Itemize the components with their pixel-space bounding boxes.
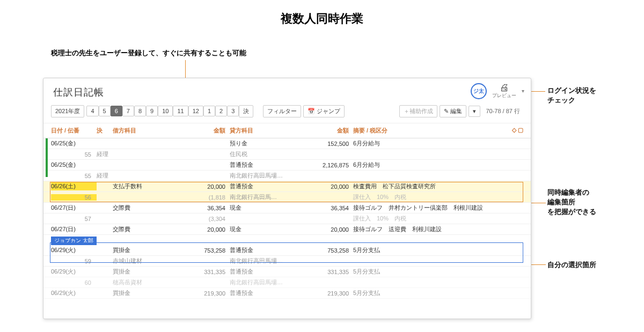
cell-credit: 普通預金 bbox=[225, 268, 311, 276]
pencil-icon: ✎ bbox=[444, 108, 449, 114]
month-button-7[interactable]: 7 bbox=[122, 106, 134, 116]
tag-icon[interactable]: ◇ bbox=[512, 127, 516, 133]
note-icon[interactable]: ▢ bbox=[518, 127, 523, 133]
header-amount-credit[interactable]: 金額 bbox=[311, 127, 349, 135]
cell-debit: 支払手数料 bbox=[113, 182, 188, 190]
aux-create-button[interactable]: ＋補助作成 bbox=[399, 105, 437, 117]
cell-desc: 接待ゴルフ 送迎費 利根川建設 bbox=[349, 225, 523, 233]
callout-self-select: 自分の選択箇所 bbox=[547, 260, 596, 270]
cell-desc: 検査費用 松下品質検査研究所 bbox=[349, 182, 523, 190]
table-subrow[interactable]: 55経理住民税 bbox=[43, 149, 531, 160]
table-row[interactable]: 06/27(日)交際費36,354現金36,354接待ゴルフ 井村カントリー倶楽… bbox=[43, 203, 531, 213]
cell-debit: 買掛金 bbox=[113, 268, 188, 276]
cell-amount-debit: (3,304 bbox=[188, 216, 225, 222]
edit-dropdown-button[interactable]: ▾ bbox=[469, 106, 480, 117]
month-button-9[interactable]: 9 bbox=[146, 106, 158, 116]
cell-date: 60 bbox=[51, 279, 97, 286]
table-subrow[interactable]: 56(1,818南北銀行高田馬…課仕入 10% 内税 bbox=[43, 192, 531, 203]
cell-credit: 南北銀行高田馬場… bbox=[225, 278, 311, 286]
dropdown-caret-icon[interactable]: ▾ bbox=[522, 88, 524, 94]
annotation-line bbox=[530, 203, 546, 203]
year-button[interactable]: 2021年度 bbox=[51, 105, 84, 117]
table-row[interactable]: 06/25(金)預り金152,5006月分給与 bbox=[43, 138, 531, 149]
header-debit[interactable]: 借方科目 bbox=[113, 127, 188, 135]
cell-desc: 6月分給与 bbox=[349, 139, 523, 147]
user-avatar[interactable]: ジ太 bbox=[471, 83, 487, 99]
month-button-10[interactable]: 10 bbox=[158, 106, 173, 116]
header-desc[interactable]: 摘要 / 税区分 bbox=[349, 127, 502, 135]
cell-date: 06/25(金) bbox=[51, 161, 97, 169]
editing-user-tag: ジョブカン 太郎 bbox=[51, 237, 97, 245]
edit-button[interactable]: ✎ 編集 bbox=[440, 105, 466, 117]
grid-body: 06/25(金)預り金152,5006月分給与55経理住民税06/25(金)普通… bbox=[43, 138, 531, 299]
cell-desc: 5月分支払 bbox=[349, 268, 523, 276]
table-subrow[interactable]: 57(3,304課仕入 10% 内税 bbox=[43, 213, 531, 224]
cell-desc: 接待ゴルフ 井村カントリー倶楽部 利根川建設 bbox=[349, 204, 523, 212]
cell-amount-debit: 753,258 bbox=[188, 247, 225, 254]
header-settle[interactable]: 決 bbox=[97, 127, 113, 135]
table-row[interactable]: 06/29(火)買掛金219,300普通預金219,3005月分支払 bbox=[43, 288, 531, 299]
table-row[interactable]: 06/29(火)買掛金753,258普通預金753,2585月分支払 bbox=[43, 245, 531, 256]
month-button-3[interactable]: 3 bbox=[227, 106, 239, 116]
header-icons: ◇ ▢ bbox=[502, 127, 523, 135]
cell-debit: 交際費 bbox=[113, 204, 188, 212]
cell-credit: 南北銀行高田馬… bbox=[225, 193, 311, 201]
month-button-6[interactable]: 6 bbox=[111, 106, 122, 116]
table-row[interactable]: 06/27(日)交際費20,000現金20,000接待ゴルフ 送迎費 利根川建設 bbox=[43, 224, 531, 235]
cell-date: 06/29(火) bbox=[51, 246, 97, 254]
jump-button[interactable]: 📅 ジャンプ bbox=[303, 105, 345, 117]
table-subrow[interactable]: 55経理南北銀行高田馬場… bbox=[43, 171, 531, 181]
header-amount-debit[interactable]: 金額 bbox=[188, 127, 225, 135]
cell-settle: 経理 bbox=[97, 150, 113, 158]
month-button-5[interactable]: 5 bbox=[99, 106, 111, 116]
month-button-1[interactable]: 1 bbox=[203, 106, 215, 116]
cell-credit: 住民税 bbox=[225, 150, 311, 158]
month-button-2[interactable]: 2 bbox=[215, 106, 227, 116]
month-button-8[interactable]: 8 bbox=[134, 106, 146, 116]
calendar-icon: 📅 bbox=[308, 108, 315, 114]
cell-date: 06/29(火) bbox=[51, 268, 97, 276]
print-label: プレビュー bbox=[492, 92, 516, 99]
table-row[interactable]: 06/25(金)普通預金2,126,8756月分給与 bbox=[43, 160, 531, 171]
cell-date: 06/29(火) bbox=[51, 289, 97, 297]
cell-date: 06/27(日) bbox=[51, 204, 97, 212]
cell-credit: 南北銀行高田馬場… bbox=[225, 257, 311, 265]
cell-credit: 普通預金 bbox=[225, 289, 311, 297]
cell-amount-debit: (1,818 bbox=[188, 194, 225, 201]
table-row[interactable]: 06/26(土)支払手数料20,000普通預金20,000検査費用 松下品質検査… bbox=[43, 181, 531, 192]
cell-amount-debit: 20,000 bbox=[188, 226, 225, 233]
cell-date: 06/26(土) bbox=[51, 182, 97, 190]
settlement-button[interactable]: 決 bbox=[239, 105, 253, 117]
cell-date: 55 bbox=[51, 173, 97, 179]
cell-amount-credit: 36,354 bbox=[311, 205, 349, 211]
cell-amount-debit: 20,000 bbox=[188, 183, 225, 190]
header-date[interactable]: 日付 / 伝番 bbox=[51, 127, 97, 135]
month-button-4[interactable]: 4 bbox=[86, 106, 98, 116]
cell-credit: 預り金 bbox=[225, 139, 311, 147]
top-caption: 税理士の先生をユーザー登録して、すぐに共有することも可能 bbox=[51, 48, 246, 58]
callout-other-editor: 同時編集者の 編集箇所 を把握ができる bbox=[547, 188, 596, 217]
cell-amount-debit: 219,300 bbox=[188, 290, 225, 297]
month-button-12[interactable]: 12 bbox=[188, 106, 203, 116]
table-subrow[interactable]: 60穂高岳資材南北銀行高田馬場… bbox=[43, 277, 531, 288]
cell-debit: 赤城山建材 bbox=[113, 257, 188, 265]
grid-header: 日付 / 伝番 決 借方科目 金額 貸方科目 金額 摘要 / 税区分 ◇ ▢ bbox=[43, 123, 531, 138]
callout-login-check: ログイン状況を チェック bbox=[547, 86, 596, 105]
cell-date: 06/27(日) bbox=[51, 225, 97, 233]
cell-debit: 買掛金 bbox=[113, 246, 188, 254]
cell-credit: 現金 bbox=[225, 225, 311, 233]
table-row[interactable]: 06/29(火)買掛金331,335普通預金331,3355月分支払 bbox=[43, 267, 531, 277]
cell-date: 56 bbox=[51, 194, 97, 201]
print-preview-button[interactable]: 🖨 プレビュー bbox=[492, 83, 516, 99]
page-heading: 複数人同時作業 bbox=[0, 0, 644, 27]
jump-label: ジャンプ bbox=[317, 108, 340, 114]
cell-desc: 6月分給与 bbox=[349, 161, 523, 169]
cell-desc: 5月分支払 bbox=[349, 289, 523, 297]
window-title: 仕訳日記帳 bbox=[43, 78, 531, 103]
month-button-11[interactable]: 11 bbox=[173, 106, 188, 116]
header-credit[interactable]: 貸方科目 bbox=[225, 127, 311, 135]
edit-label: 編集 bbox=[450, 108, 462, 114]
table-subrow[interactable]: 59赤城山建材南北銀行高田馬場… bbox=[43, 256, 531, 267]
cell-amount-credit: 219,300 bbox=[311, 290, 349, 297]
filter-button[interactable]: フィルター bbox=[263, 105, 301, 117]
